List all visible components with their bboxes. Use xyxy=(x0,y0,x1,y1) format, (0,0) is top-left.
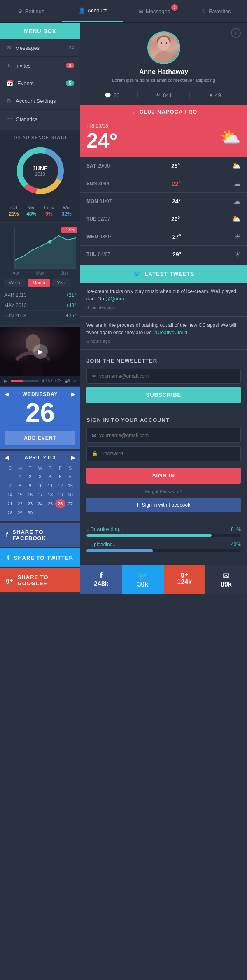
tab-week[interactable]: Week xyxy=(4,279,26,287)
tweet-link-1[interactable]: @Quora xyxy=(105,296,124,302)
tab-month[interactable]: Month xyxy=(28,279,50,287)
mini-cal-day[interactable]: 7 xyxy=(5,481,15,490)
mini-cal-day[interactable]: 14 xyxy=(5,490,15,499)
menu-item-invites[interactable]: ✈ Invites 3 xyxy=(0,57,80,74)
mini-cal-day[interactable]: 6 xyxy=(65,472,75,481)
nav-messages-label: Messages xyxy=(146,8,170,14)
mini-cal-day[interactable]: 18 xyxy=(45,490,55,499)
mini-cal-day[interactable]: 15 xyxy=(15,490,25,499)
mini-cal-day[interactable]: 10 xyxy=(35,481,45,490)
mini-cal-day[interactable]: 11 xyxy=(45,481,55,490)
profile-add-button[interactable]: + xyxy=(231,28,241,38)
upload-progress-fill xyxy=(86,549,153,552)
tweet-link-2[interactable]: #CreativeCloud xyxy=(153,330,187,335)
weather-today-date: FRI 29/06 xyxy=(86,123,118,129)
mini-cal-day[interactable]: 3 xyxy=(35,472,45,481)
mini-cal-day[interactable]: 1 xyxy=(15,472,25,481)
forgot-password-link[interactable]: Forgot Password? xyxy=(86,487,241,496)
signin-button[interactable]: SIGN IN xyxy=(86,468,241,484)
social-share: f SHARE TO FACEBOOK t SHARE TO TWITTER g… xyxy=(0,523,80,592)
views-count: 841 xyxy=(163,92,172,98)
social-count-twitter[interactable]: 🐦 30k xyxy=(122,565,163,594)
download-progress-fill xyxy=(86,534,212,537)
svg-point-10 xyxy=(160,42,162,44)
nav-settings[interactable]: ⚙ Settings xyxy=(0,0,62,22)
mini-cal-day[interactable]: 13 xyxy=(65,481,75,490)
share-twitter-button[interactable]: t SHARE TO TWITTER xyxy=(0,548,80,567)
signin-email-input[interactable] xyxy=(99,433,235,438)
weather-location: 📍 CLUJ-NAPOCA / RO xyxy=(80,105,247,119)
mini-cal-day[interactable]: 9 xyxy=(25,481,35,490)
add-event-button[interactable]: ADD EVENT xyxy=(5,431,75,445)
tab-year[interactable]: Year xyxy=(52,279,71,287)
chart-stat-apr: APR 2013 +21° xyxy=(4,290,76,300)
mini-cal-day[interactable]: 5 xyxy=(55,472,65,481)
facebook-signin-button[interactable]: f Sign in with Facebook xyxy=(86,498,241,512)
share-facebook-button[interactable]: f SHARE TO FACEBOOK xyxy=(0,523,80,547)
upload-percent: 43% xyxy=(231,542,241,547)
mini-cal-prev-icon[interactable]: ◀ xyxy=(5,455,9,461)
menu-events-label: Events xyxy=(17,80,34,86)
nav-favorites-label: Favorites xyxy=(209,8,231,14)
mini-cal-day[interactable]: 4 xyxy=(45,472,55,481)
left-column: MENU BOX ✉ Messages 24 ✈ Invites 3 📅 Eve… xyxy=(0,23,80,594)
mini-cal-day[interactable]: 26 xyxy=(55,499,65,508)
cal-next-icon[interactable]: ▶ xyxy=(71,391,75,397)
tweets-section: 🐦 LATEST TWEETS Ice-cream trucks only pl… xyxy=(80,265,247,350)
play-button[interactable]: ▶ xyxy=(33,344,48,359)
nav-favorites[interactable]: ☆ Favorites xyxy=(185,0,247,22)
svg-point-11 xyxy=(165,42,167,44)
newsletter-email-input[interactable] xyxy=(99,373,235,379)
os-stats-title: OS AUDIENCE STATS xyxy=(5,135,75,140)
mini-cal-day xyxy=(35,508,45,517)
mini-cal-day[interactable]: 2 xyxy=(25,472,35,481)
mini-cal-day[interactable]: 17 xyxy=(35,490,45,499)
mini-cal-day[interactable]: 29 xyxy=(15,508,25,517)
share-google-button[interactable]: g+ SHARE TO GOOGLE+ xyxy=(0,568,80,592)
mail-count: 89k xyxy=(209,581,244,588)
facebook-signin-label: Sign in with Facebook xyxy=(142,502,190,508)
menu-item-events[interactable]: 📅 Events 5 xyxy=(0,74,80,92)
video-progress-fill xyxy=(11,380,23,382)
social-count-mail[interactable]: ✉ 89k xyxy=(205,565,247,594)
subscribe-button[interactable]: SUBSCRIBE xyxy=(86,387,241,403)
menu-invites-label: Invites xyxy=(15,63,31,69)
mini-cal-day[interactable]: 16 xyxy=(25,490,35,499)
mini-cal-day[interactable]: 24 xyxy=(35,499,45,508)
signin-password-input[interactable] xyxy=(101,451,235,456)
social-count-facebook[interactable]: f 248k xyxy=(80,565,122,594)
newsletter-title: JOIN THE NEWSLETTER xyxy=(86,358,241,364)
weather-row-sun: SUN 30/06 22° ☁ xyxy=(80,175,247,193)
mini-cal-day[interactable]: 12 xyxy=(55,481,65,490)
nav-account[interactable]: 👤 Account xyxy=(62,0,124,22)
favorites-icon: ☆ xyxy=(201,8,206,14)
avatar-image xyxy=(149,33,179,63)
mini-cal-day[interactable]: 27 xyxy=(65,499,75,508)
play-icon[interactable]: ▶ xyxy=(4,379,7,383)
video-progress-bar[interactable] xyxy=(11,380,39,382)
mini-cal-day[interactable]: 19 xyxy=(55,490,65,499)
menu-item-messages[interactable]: ✉ Messages 24 xyxy=(0,39,80,57)
download-percent: 81% xyxy=(231,526,241,532)
mini-cal-day[interactable]: 21 xyxy=(5,499,15,508)
mini-cal-next-icon[interactable]: ▶ xyxy=(71,455,75,461)
nav-messages[interactable]: ✉ Messages 5 xyxy=(124,0,185,22)
mini-cal-day[interactable]: 8 xyxy=(15,481,25,490)
mini-cal-day[interactable]: 20 xyxy=(65,490,75,499)
email-icon: ✉ xyxy=(92,373,96,379)
cal-day-name: WEDNESDAY xyxy=(23,391,58,397)
mini-cal-day[interactable]: 30 xyxy=(25,508,35,517)
upload-progress-bar xyxy=(86,549,241,552)
volume-icon[interactable]: 🔊 xyxy=(65,379,70,383)
chart-tabs: Week Month Year xyxy=(4,279,76,287)
mini-cal-day[interactable]: 25 xyxy=(45,499,55,508)
social-count-google[interactable]: g+ 124k xyxy=(164,565,205,594)
fullscreen-icon[interactable]: ⤢ xyxy=(73,379,76,383)
cal-prev-icon[interactable]: ◀ xyxy=(5,391,9,397)
mini-cal-day[interactable]: 28 xyxy=(5,508,15,517)
mini-cal-day[interactable]: 23 xyxy=(25,499,35,508)
menu-item-account-settings[interactable]: ⚙ Account Settings xyxy=(0,92,80,110)
menu-item-statistics[interactable]: 〜 Statistics xyxy=(0,110,80,128)
likes-count: 49 xyxy=(215,92,221,98)
mini-cal-day[interactable]: 22 xyxy=(15,499,25,508)
